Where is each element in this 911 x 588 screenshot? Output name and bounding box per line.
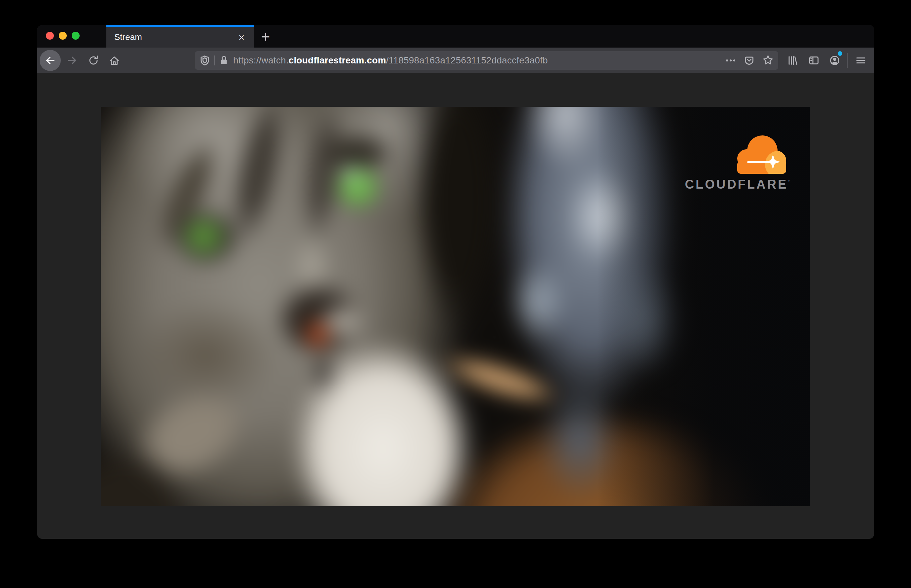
tab-stream[interactable]: Stream ×	[107, 25, 254, 48]
toolbar-divider	[847, 53, 848, 68]
forward-arrow-icon	[66, 55, 78, 66]
menu-button[interactable]	[855, 55, 867, 66]
back-arrow-icon	[44, 55, 56, 66]
url-scheme: https://watch.	[233, 55, 289, 65]
url-bar-divider	[214, 55, 215, 65]
lock-icon[interactable]	[218, 55, 230, 66]
page-actions-dots-icon[interactable]	[725, 55, 737, 66]
url-path: /118598a163a125631152ddaccfe3a0fb	[386, 55, 548, 65]
url-domain: cloudflarestream.com	[289, 55, 386, 65]
cloudflare-cloud-logo-icon	[737, 134, 786, 175]
library-button[interactable]	[787, 55, 798, 66]
minimize-window-button[interactable]	[59, 32, 67, 40]
page-content: CLOUDFLARE’	[37, 73, 874, 538]
library-icon	[787, 55, 798, 66]
zoom-window-button[interactable]	[72, 32, 79, 40]
cloudflare-watermark: CLOUDFLARE’	[681, 134, 790, 192]
cloudflare-watermark-text: CLOUDFLARE’	[681, 178, 790, 192]
account-notification-dot	[838, 51, 842, 56]
sidebar-toggle-button[interactable]	[808, 55, 820, 66]
url-text: https://watch.cloudflarestream.com/11859…	[233, 55, 548, 66]
sidebar-icon	[808, 55, 820, 66]
navigation-toolbar: https://watch.cloudflarestream.com/11859…	[37, 48, 874, 73]
url-bar[interactable]: https://watch.cloudflarestream.com/11859…	[195, 51, 778, 70]
reload-icon	[87, 55, 99, 66]
forward-button[interactable]	[66, 55, 78, 66]
back-button[interactable]	[40, 50, 61, 71]
tracking-protection-shield-icon[interactable]	[199, 55, 211, 66]
bookmark-star-icon[interactable]	[762, 54, 774, 67]
tab-title: Stream	[114, 32, 235, 42]
tab-close-icon[interactable]: ×	[235, 31, 248, 44]
home-button[interactable]	[108, 55, 120, 66]
trademark-mark: ’	[788, 179, 790, 185]
home-icon	[108, 55, 120, 66]
reload-button[interactable]	[87, 55, 99, 66]
account-avatar-icon	[829, 55, 841, 66]
video-player[interactable]: CLOUDFLARE’	[101, 107, 810, 506]
account-button[interactable]	[829, 55, 841, 66]
browser-window: Stream × +	[37, 25, 874, 539]
page-action-icons	[725, 54, 774, 67]
close-window-button[interactable]	[46, 32, 54, 40]
desktop-background: { "tab_bar": { "active_tab": { "title": …	[0, 0, 911, 588]
hamburger-menu-icon	[855, 55, 867, 66]
new-tab-button[interactable]: +	[258, 29, 273, 44]
pocket-save-icon[interactable]	[743, 55, 755, 66]
tab-bar: Stream × +	[37, 25, 874, 48]
